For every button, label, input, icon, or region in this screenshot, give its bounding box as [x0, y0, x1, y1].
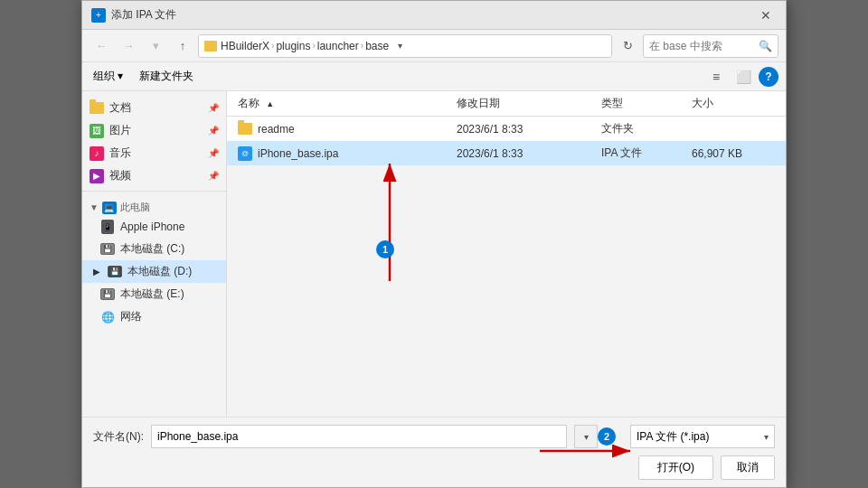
filename-input[interactable]	[151, 425, 567, 448]
sidebar-item-video[interactable]: ▶ 视频 📌	[82, 164, 226, 187]
pics-icon: 🖼	[90, 124, 104, 138]
up-button[interactable]: ↑	[171, 34, 194, 58]
sidebar-label-drive-d: 本地磁盘 (D:)	[127, 264, 219, 279]
search-input[interactable]	[649, 40, 755, 52]
folder-icon-readme	[238, 123, 252, 135]
org-toolbar: 组织 ▾ 新建文件夹 ≡ ⬜ ?	[82, 62, 786, 91]
sidebar-item-iphone[interactable]: 📱 Apple iPhone	[82, 216, 226, 238]
open-button[interactable]: 打开(O)	[638, 455, 713, 480]
drive-d-icon: 💾	[108, 265, 122, 279]
pin-icon-video: 📌	[208, 171, 219, 181]
close-button[interactable]: ✕	[755, 5, 777, 26]
address-bar[interactable]: HBuilderX › plugins › launcher › base ▾	[198, 34, 612, 58]
pin-icon-music: 📌	[208, 148, 219, 158]
address-path: HBuilderX › plugins › launcher › base	[221, 40, 389, 52]
file-list-wrapper: 名称 ▲ 修改日期 类型 大小	[227, 91, 786, 417]
bottom-bar: 文件名(N): ▾ 2 IPA 文件 (*.ipa) ▾	[82, 417, 786, 487]
path-part-4[interactable]: base	[365, 40, 389, 52]
organize-button[interactable]: 组织 ▾	[90, 67, 127, 86]
dialog-icon: +	[91, 8, 106, 23]
file-list-header: 名称 ▲ 修改日期 类型 大小	[227, 91, 786, 117]
file-name-readme: readme	[234, 118, 453, 140]
view-pane-button[interactable]: ⬜	[731, 65, 755, 89]
file-date-readme: 2023/6/1 8:33	[453, 118, 598, 140]
sidebar-item-pics[interactable]: 🖼 图片 📌	[82, 119, 226, 142]
forward-button[interactable]: →	[117, 34, 140, 58]
sidebar-label-drive-e: 本地磁盘 (E:)	[120, 286, 219, 302]
filetype-chevron-icon: ▾	[764, 432, 769, 442]
address-dropdown-button[interactable]: ▾	[392, 34, 407, 58]
sidebar-item-drive-c[interactable]: 💾 本地磁盘 (C:)	[82, 238, 226, 260]
help-button[interactable]: ?	[759, 67, 778, 87]
sidebar-label-drive-c: 本地磁盘 (C:)	[120, 241, 219, 257]
expand-arrow-d: ▶	[93, 267, 100, 277]
file-name-ipa: @ iPhone_base.ipa	[234, 142, 453, 165]
docs-icon	[90, 101, 104, 116]
sidebar-label-video: 视频	[109, 168, 203, 183]
search-box[interactable]: 🔍	[643, 34, 778, 58]
sidebar-label-pics: 图片	[109, 123, 203, 138]
ipa-icon: @	[238, 146, 252, 161]
cancel-button[interactable]: 取消	[721, 455, 775, 480]
col-header-size[interactable]: 大小	[688, 91, 778, 116]
badge-1: 1	[376, 240, 394, 258]
this-pc-icon: 💻	[102, 202, 117, 214]
this-pc-expand[interactable]: ▼	[90, 202, 99, 212]
path-part-1[interactable]: HBuilderX	[221, 40, 269, 52]
filetype-select[interactable]: IPA 文件 (*.ipa) ▾	[630, 425, 775, 448]
file-size-readme	[688, 125, 778, 134]
toolbar-right: ≡ ⬜ ?	[704, 65, 778, 89]
col-header-name[interactable]: 名称 ▲	[234, 91, 453, 116]
filetype-value: IPA 文件 (*.ipa)	[637, 429, 709, 445]
sidebar-item-music[interactable]: ♪ 音乐 📌	[82, 142, 226, 164]
pin-icon-docs: 📌	[208, 103, 219, 113]
sidebar-item-drive-d[interactable]: ▶ 💾 本地磁盘 (D:)	[82, 260, 226, 283]
col-header-type[interactable]: 类型	[598, 91, 688, 116]
dropdown-button[interactable]: ▾	[144, 34, 167, 58]
title-bar: + 添加 IPA 文件 ✕	[82, 1, 786, 30]
file-type-readme: 文件夹	[598, 117, 688, 141]
col-header-date[interactable]: 修改日期	[453, 91, 598, 116]
path-sep-3: ›	[361, 41, 363, 51]
add-ipa-dialog: + 添加 IPA 文件 ✕ ← → ▾ ↑ HBuilderX › plugin…	[81, 0, 787, 488]
file-row-readme[interactable]: readme 2023/6/1 8:33 文件夹	[227, 117, 786, 141]
title-bar-left: + 添加 IPA 文件	[91, 7, 176, 23]
file-list: 名称 ▲ 修改日期 类型 大小	[227, 91, 786, 165]
arrow-annotation-1	[335, 145, 444, 290]
this-pc-label: 此电脑	[120, 201, 150, 214]
file-type-ipa: IPA 文件	[598, 141, 688, 165]
view-list-button[interactable]: ≡	[704, 65, 728, 89]
sidebar-item-drive-e[interactable]: 💾 本地磁盘 (E:)	[82, 283, 226, 305]
music-icon: ♪	[90, 146, 104, 161]
refresh-button[interactable]: ↻	[616, 34, 639, 58]
badge-2: 2	[598, 427, 616, 446]
path-part-2[interactable]: plugins	[276, 40, 310, 52]
sidebar-label-music: 音乐	[109, 145, 203, 161]
filename-dropdown[interactable]: ▾	[574, 425, 598, 448]
path-sep-2: ›	[312, 41, 315, 51]
iphone-icon: 📱	[100, 220, 115, 234]
path-part-3[interactable]: launcher	[317, 40, 359, 52]
drive-c-icon: 💾	[100, 242, 115, 257]
sidebar-item-docs[interactable]: 文档 📌	[82, 97, 226, 119]
file-row-ipa[interactable]: @ iPhone_base.ipa 2023/6/1 8:33 IPA 文件 6…	[227, 141, 786, 165]
new-folder-button[interactable]: 新建文件夹	[134, 67, 199, 86]
sidebar-label-network: 网络	[120, 309, 219, 324]
sidebar-label-iphone: Apple iPhone	[120, 221, 219, 233]
pin-icon-pics: 📌	[208, 126, 219, 136]
sidebar: 文档 📌 🖼 图片 📌 ♪ 音乐 📌 ▶ 视	[82, 91, 227, 417]
action-row: 打开(O) 取消	[93, 455, 775, 480]
sidebar-item-network[interactable]: 🌐 网络	[82, 305, 226, 328]
drive-e-icon: 💾	[100, 287, 115, 302]
video-icon: ▶	[90, 169, 104, 183]
filename-row: 文件名(N): ▾ 2 IPA 文件 (*.ipa) ▾	[93, 425, 775, 448]
back-button[interactable]: ←	[90, 34, 113, 58]
file-date-ipa: 2023/6/1 8:33	[453, 143, 598, 164]
network-icon: 🌐	[100, 310, 115, 324]
sidebar-divider	[82, 191, 226, 192]
search-icon: 🔍	[759, 40, 772, 52]
sidebar-label-docs: 文档	[109, 100, 203, 116]
action-area: 打开(O) 取消	[93, 455, 775, 480]
dialog-title: 添加 IPA 文件	[111, 7, 176, 23]
this-pc-section: ▼ 💻 此电脑	[82, 195, 226, 216]
